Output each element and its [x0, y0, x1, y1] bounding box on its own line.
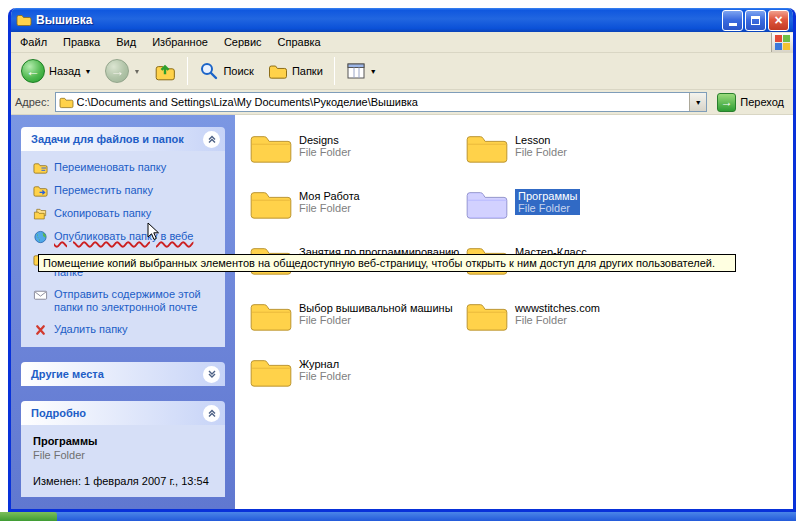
toolbar-separator	[334, 57, 335, 85]
forward-arrow-icon: →	[105, 59, 129, 83]
toolbar-separator	[187, 57, 188, 85]
window-folder-icon	[16, 13, 32, 27]
views-button[interactable]: ▼	[340, 57, 383, 85]
tasks-panel-header[interactable]: Задачи для файлов и папок	[21, 127, 225, 151]
menu-view[interactable]: Вид	[108, 33, 144, 51]
back-button[interactable]: ← Назад ▼	[15, 55, 97, 87]
folder-icon	[249, 131, 293, 165]
go-label: Переход	[740, 96, 784, 108]
tasks-panel-title: Задачи для файлов и папок	[31, 133, 184, 145]
address-input[interactable]	[74, 96, 690, 108]
views-dropdown-icon[interactable]: ▼	[370, 68, 377, 75]
close-icon: ×	[774, 12, 782, 28]
menu-tools[interactable]: Сервис	[216, 33, 270, 51]
task-copy-folder[interactable]: Скопировать папку	[33, 207, 219, 221]
file-item-vybor-mashiny[interactable]: Выбор вышивальной машиныFile Folder	[249, 299, 465, 355]
task-email-folder[interactable]: Отправить содержимое этой папки по элект…	[33, 288, 219, 314]
maximize-button[interactable]	[745, 10, 766, 31]
file-name: Моя Работа	[299, 190, 360, 202]
file-name: Lesson	[515, 134, 567, 146]
folder-icon	[465, 131, 509, 165]
file-item-wwwstitches[interactable]: wwwstitches.comFile Folder	[465, 299, 681, 355]
rename-folder-icon	[33, 161, 48, 175]
close-button[interactable]: ×	[768, 10, 789, 31]
file-name: Журнал	[299, 358, 351, 370]
taskbar[interactable]	[0, 512, 796, 521]
address-dropdown-button[interactable]: ▼	[689, 93, 706, 111]
file-type: File Folder	[515, 314, 600, 326]
address-bar: Адрес: ▼ → Переход	[11, 90, 793, 115]
tasks-panel-body: Переименовать папку Переместить папку Ск…	[21, 151, 225, 347]
search-icon	[199, 61, 219, 81]
task-rename-folder[interactable]: Переименовать папку	[33, 161, 219, 175]
explorer-window: Вышивка × Файл Правка Вид Избранное Серв…	[8, 8, 796, 512]
main-area: Задачи для файлов и папок Переименовать …	[11, 115, 793, 509]
go-button[interactable]: → Переход	[712, 93, 789, 112]
file-name: Выбор вышивальной машины	[299, 302, 453, 314]
back-dropdown-icon[interactable]: ▼	[85, 68, 92, 75]
file-list: DesignsFile Folder LessonFile Folder Моя…	[235, 115, 793, 509]
tooltip: Помещение копий выбранных элементов на о…	[38, 254, 736, 272]
details-panel-body: Программы File Folder Изменен: 1 февраля…	[21, 425, 225, 497]
search-label: Поиск	[223, 65, 253, 77]
delete-icon	[33, 323, 48, 337]
file-type: File Folder	[515, 146, 567, 158]
collapse-button[interactable]	[203, 131, 220, 148]
copy-folder-icon	[33, 207, 48, 221]
file-type: File Folder	[518, 202, 577, 214]
chevron-up-icon	[207, 408, 217, 418]
start-button[interactable]	[0, 512, 57, 521]
menu-bar: Файл Правка Вид Избранное Сервис Справка	[11, 32, 793, 53]
forward-dropdown-icon: ▼	[133, 68, 140, 75]
folders-button[interactable]: Папки	[262, 59, 329, 84]
back-arrow-icon: ←	[21, 59, 45, 83]
toolbar: ← Назад ▼ → ▼ Поиск Папки	[11, 53, 793, 90]
minimize-button[interactable]	[722, 10, 743, 31]
details-panel-title: Подробно	[31, 407, 86, 419]
menu-edit[interactable]: Правка	[55, 33, 108, 51]
title-bar[interactable]: Вышивка ×	[11, 8, 793, 32]
folder-icon	[249, 299, 293, 333]
menu-favorites[interactable]: Избранное	[144, 33, 216, 51]
details-type: File Folder	[33, 449, 219, 461]
folders-icon	[268, 63, 288, 80]
file-item-moya-rabota[interactable]: Моя РаботаFile Folder	[249, 187, 465, 243]
maximize-icon	[751, 16, 760, 25]
file-name: Программы	[518, 190, 577, 202]
file-type: File Folder	[299, 370, 351, 382]
forward-button[interactable]: → ▼	[99, 55, 146, 87]
file-type: File Folder	[299, 146, 351, 158]
chevron-up-icon	[207, 134, 217, 144]
folder-icon	[249, 355, 293, 389]
publish-web-globe-icon	[33, 230, 48, 244]
up-button[interactable]	[148, 56, 182, 86]
folders-label: Папки	[292, 65, 323, 77]
details-panel-header[interactable]: Подробно	[21, 401, 225, 425]
details-name: Программы	[33, 435, 219, 447]
search-button[interactable]: Поиск	[193, 57, 259, 85]
address-combo[interactable]: ▼	[55, 92, 708, 112]
file-name: Designs	[299, 134, 351, 146]
task-move-folder[interactable]: Переместить папку	[33, 184, 219, 198]
menu-file[interactable]: Файл	[12, 33, 55, 51]
collapse-button[interactable]	[203, 405, 220, 422]
address-folder-icon	[59, 96, 74, 109]
file-type: File Folder	[299, 314, 453, 326]
file-item-zhurnal[interactable]: ЖурналFile Folder	[249, 355, 465, 411]
details-modified: Изменен: 1 февраля 2007 г., 13:54	[33, 475, 219, 487]
views-icon	[346, 61, 366, 81]
email-icon	[33, 288, 48, 302]
folder-icon	[465, 187, 509, 221]
back-label: Назад	[49, 65, 81, 77]
file-folder-tasks-panel: Задачи для файлов и папок Переименовать …	[21, 127, 225, 347]
windows-logo	[771, 33, 793, 52]
file-item-lesson[interactable]: LessonFile Folder	[465, 131, 681, 187]
menu-help[interactable]: Справка	[270, 33, 329, 51]
expand-button[interactable]	[203, 366, 220, 383]
task-delete-folder[interactable]: Удалить папку	[33, 323, 219, 337]
file-item-designs[interactable]: DesignsFile Folder	[249, 131, 465, 187]
file-item-programmy-selected[interactable]: ПрограммыFile Folder	[465, 187, 681, 243]
folder-icon	[465, 299, 509, 333]
task-publish-folder-to-web[interactable]: Опубликовать папку в вебе	[33, 230, 219, 244]
other-places-header[interactable]: Другие места	[21, 362, 225, 386]
